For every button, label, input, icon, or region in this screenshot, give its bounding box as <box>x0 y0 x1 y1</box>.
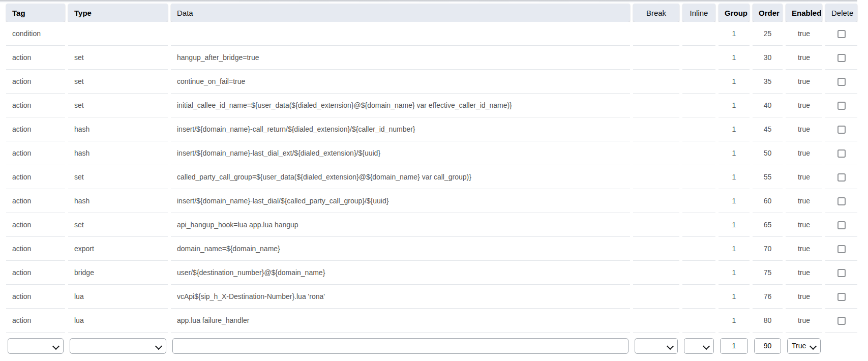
tag-select[interactable] <box>8 338 64 354</box>
delete-checkbox[interactable] <box>837 269 846 277</box>
cell-inline <box>682 46 715 70</box>
cell-type: set <box>68 165 168 189</box>
cell-type: export <box>68 237 168 261</box>
cell-break <box>633 165 679 189</box>
cell-order: 76 <box>753 285 783 309</box>
delete-checkbox[interactable] <box>837 245 846 253</box>
cell-enabled: true <box>786 165 822 189</box>
cell-inline <box>682 261 715 285</box>
dialplan-row: action hash insert/${domain_name}-last_d… <box>6 189 857 213</box>
cell-tag: action <box>6 117 65 141</box>
delete-checkbox[interactable] <box>837 102 846 110</box>
column-header-inline[interactable]: Inline <box>682 4 715 22</box>
enabled-select[interactable]: True <box>787 338 821 354</box>
cell-inline <box>682 309 715 333</box>
dialplan-row: action lua vcApi${sip_h_X-Destination-Nu… <box>6 285 857 309</box>
cell-tag: action <box>6 261 65 285</box>
cell-enabled: true <box>786 309 822 333</box>
cell-delete <box>825 165 857 189</box>
cell-type: hash <box>68 117 168 141</box>
cell-order: 55 <box>753 165 783 189</box>
cell-enabled: true <box>786 46 822 70</box>
cell-type: set <box>68 94 168 117</box>
cell-group: 1 <box>719 261 750 285</box>
top-scroll-shadow <box>0 0 857 3</box>
column-header-enabled[interactable]: Enabled <box>786 4 822 22</box>
table-body: condition 1 25 true action set hangup_af… <box>6 22 857 333</box>
column-header-group[interactable]: Group <box>719 4 750 22</box>
new-entry-form-row: True <box>6 333 857 359</box>
form-cell-order <box>753 333 783 359</box>
dialplan-row: action set called_party_call_group=${use… <box>6 165 857 189</box>
cell-delete <box>825 285 857 309</box>
cell-delete <box>825 22 857 46</box>
delete-checkbox[interactable] <box>837 126 846 134</box>
cell-break <box>633 285 679 309</box>
cell-inline <box>682 70 715 94</box>
cell-data: hangup_after_bridge=true <box>171 46 630 70</box>
cell-enabled: true <box>786 117 822 141</box>
cell-tag: action <box>6 141 65 165</box>
cell-type <box>68 22 168 46</box>
cell-group: 1 <box>719 141 750 165</box>
cell-data <box>171 22 630 46</box>
delete-checkbox[interactable] <box>837 78 846 86</box>
cell-order: 70 <box>753 237 783 261</box>
cell-type: lua <box>68 309 168 333</box>
cell-inline <box>682 117 715 141</box>
type-select[interactable] <box>70 338 166 354</box>
delete-checkbox[interactable] <box>837 197 846 205</box>
column-header-delete[interactable]: Delete <box>825 4 857 22</box>
cell-break <box>633 261 679 285</box>
cell-inline <box>682 285 715 309</box>
cell-data: app.lua failure_handler <box>171 309 630 333</box>
inline-select[interactable] <box>684 338 714 354</box>
cell-group: 1 <box>719 213 750 237</box>
cell-order: 50 <box>753 141 783 165</box>
dialplan-row: action bridge user/${destination_number}… <box>6 261 857 285</box>
cell-break <box>633 46 679 70</box>
form-cell-delete <box>825 333 857 359</box>
dialplan-row: action set hangup_after_bridge=true 1 30… <box>6 46 857 70</box>
dialplan-row: action hash insert/${domain_name}-call_r… <box>6 117 857 141</box>
order-input[interactable] <box>754 338 781 354</box>
cell-group: 1 <box>719 165 750 189</box>
dialplan-row: action set api_hangup_hook=lua app.lua h… <box>6 213 857 237</box>
cell-tag: action <box>6 70 65 94</box>
group-input[interactable] <box>720 338 748 354</box>
form-cell-type <box>68 333 168 359</box>
delete-checkbox[interactable] <box>837 173 846 182</box>
cell-inline <box>682 94 715 117</box>
column-header-break[interactable]: Break <box>633 4 679 22</box>
delete-checkbox[interactable] <box>837 149 846 158</box>
form-cell-group <box>719 333 750 359</box>
dialplan-row: action hash insert/${domain_name}-last_d… <box>6 141 857 165</box>
cell-delete <box>825 70 857 94</box>
cell-delete <box>825 237 857 261</box>
column-header-type[interactable]: Type <box>68 4 168 22</box>
column-header-order[interactable]: Order <box>753 4 783 22</box>
delete-checkbox[interactable] <box>837 317 846 325</box>
cell-order: 80 <box>753 309 783 333</box>
form-cell-tag <box>6 333 65 359</box>
data-input[interactable] <box>172 338 628 354</box>
delete-checkbox[interactable] <box>837 221 846 229</box>
cell-enabled: true <box>786 213 822 237</box>
cell-type: lua <box>68 285 168 309</box>
form-cell-break <box>633 333 679 359</box>
cell-type: set <box>68 46 168 70</box>
delete-checkbox[interactable] <box>837 293 846 301</box>
delete-checkbox[interactable] <box>837 54 846 62</box>
cell-order: 25 <box>753 22 783 46</box>
column-header-tag[interactable]: Tag <box>6 4 65 22</box>
cell-tag: action <box>6 237 65 261</box>
delete-checkbox[interactable] <box>837 30 846 38</box>
cell-enabled: true <box>786 70 822 94</box>
cell-group: 1 <box>719 237 750 261</box>
cell-delete <box>825 309 857 333</box>
cell-type: hash <box>68 189 168 213</box>
cell-data: continue_on_fail=true <box>171 70 630 94</box>
column-header-data[interactable]: Data <box>171 4 630 22</box>
break-select[interactable] <box>635 338 678 354</box>
cell-group: 1 <box>719 117 750 141</box>
